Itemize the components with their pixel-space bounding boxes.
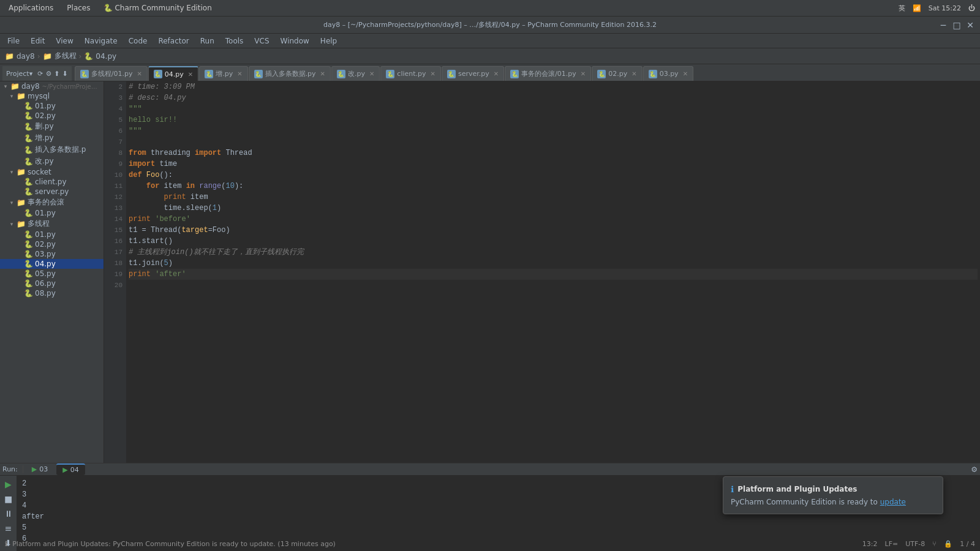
code-line-17[interactable]: # 主线程到join()就不往下走了，直到子线程执行完 xyxy=(129,247,978,258)
menu-edit[interactable]: Edit xyxy=(26,36,50,47)
tab---py[interactable]: 🐍增.py✕ xyxy=(199,66,247,81)
menu-vcs[interactable]: VCS xyxy=(249,36,274,47)
tab-client-py[interactable]: 🐍client.py✕ xyxy=(380,66,441,81)
sidebar-file-删.py[interactable]: 🐍删.py xyxy=(0,121,104,132)
code-line-20[interactable] xyxy=(129,280,978,291)
code-line-7[interactable] xyxy=(129,137,978,148)
sidebar-file-增.py[interactable]: 🐍增.py xyxy=(0,132,104,144)
applications-menu[interactable]: Applications xyxy=(5,2,57,13)
code-line-15[interactable]: t1 = Thread(target=Foo) xyxy=(129,225,978,236)
sidebar-file-01.py[interactable]: 🐍01.py xyxy=(0,101,104,111)
sidebar-file-改.py[interactable]: 🐍改.py xyxy=(0,156,104,167)
menu-refactor[interactable]: Refactor xyxy=(153,36,194,47)
breadcrumb-file[interactable]: 04.py xyxy=(96,52,116,61)
language-indicator[interactable]: 英 xyxy=(899,4,905,13)
code-line-12[interactable]: print item xyxy=(129,192,978,203)
menu-view[interactable]: View xyxy=(51,36,78,47)
breadcrumb-day8[interactable]: day8 xyxy=(17,52,35,61)
menu-code[interactable]: Code xyxy=(124,36,153,47)
sidebar-dir-多线程[interactable]: ▾📁多线程 xyxy=(0,218,104,230)
places-menu[interactable]: Places xyxy=(63,2,94,13)
sidebar-file-03.py[interactable]: 🐍03.py xyxy=(0,249,104,259)
code-line-5[interactable]: hello sir!! xyxy=(129,114,978,126)
sidebar-dir-socket[interactable]: ▾📁socket xyxy=(0,167,104,177)
code-line-16[interactable]: t1.start() xyxy=(129,236,978,247)
sidebar-file-server.py[interactable]: 🐍server.py xyxy=(0,187,104,197)
close-button[interactable]: ✕ xyxy=(965,20,975,30)
code-line-18[interactable]: t1.join(5) xyxy=(129,258,978,269)
tab-close[interactable]: ✕ xyxy=(683,70,688,77)
tree-label: 02.py xyxy=(35,111,56,120)
sidebar-file-01.py[interactable]: 🐍01.py xyxy=(0,208,104,218)
tab-close[interactable]: ✕ xyxy=(237,70,242,77)
notification-update-link[interactable]: update xyxy=(880,498,906,506)
run-gear-icon[interactable]: ⚙ xyxy=(971,465,978,474)
code-line-19[interactable]: print 'after' xyxy=(129,269,978,280)
settings-icon[interactable]: ⚙ xyxy=(45,70,51,78)
sidebar-dir-mysql[interactable]: ▾📁mysql xyxy=(0,91,104,101)
view-icon[interactable]: ⬇ xyxy=(62,70,67,78)
tab-close[interactable]: ✕ xyxy=(494,70,499,77)
code-line-6[interactable]: """ xyxy=(129,126,978,137)
tab-close[interactable]: ✕ xyxy=(581,70,586,77)
tab-server-py[interactable]: 🐍server.py✕ xyxy=(442,66,504,81)
code-line-10[interactable]: def Foo(): xyxy=(129,170,978,181)
code-line-14[interactable]: print 'before' xyxy=(129,214,978,225)
tab-------01-py[interactable]: 🐍事务的会滚/01.py✕ xyxy=(505,66,591,81)
file-icon: 🐍 xyxy=(24,250,33,258)
sidebar-file-02.py[interactable]: 🐍02.py xyxy=(0,239,104,249)
menu-window[interactable]: Window xyxy=(276,36,314,47)
power-icon[interactable]: ⏻ xyxy=(968,4,975,12)
sidebar-dir-事务的会滚[interactable]: ▾📁事务的会滚 xyxy=(0,197,104,208)
code-line-3[interactable]: # desc: 04.py xyxy=(129,92,978,103)
tab--------py[interactable]: 🐍插入多条数据.py✕ xyxy=(249,66,331,81)
code-line-4[interactable]: """ xyxy=(129,103,978,114)
run-tab-04[interactable]: ▶ 04 xyxy=(56,463,85,475)
code-content[interactable]: # time: 3:09 PM# desc: 04.py"""hello sir… xyxy=(126,81,980,463)
line-num-8: 8 xyxy=(104,148,123,159)
menu-help[interactable]: Help xyxy=(315,36,342,47)
sidebar-file-client.py[interactable]: 🐍client.py xyxy=(0,177,104,187)
run-scroll-button[interactable]: ≡ xyxy=(2,522,15,534)
code-line-8[interactable]: from threading import Thread xyxy=(129,148,978,159)
run-pause-button[interactable]: ⏸ xyxy=(2,508,15,520)
sidebar-file-插入多条数据.p[interactable]: 🐍插入多条数据.p xyxy=(0,144,104,156)
code-line-2[interactable]: # time: 3:09 PM xyxy=(129,81,978,92)
tab-04-py[interactable]: 🐍04.py✕ xyxy=(148,66,198,81)
menu-file[interactable]: File xyxy=(2,36,24,47)
breadcrumb-folder[interactable]: 多线程 xyxy=(55,51,77,61)
sidebar-file-04.py[interactable]: 🐍04.py xyxy=(0,259,104,269)
run-play-button[interactable]: ▶ xyxy=(2,478,15,490)
run-stop-button[interactable]: ■ xyxy=(2,493,15,505)
editor-area[interactable]: 234567891011121314151617181920 # time: 3… xyxy=(104,81,980,463)
tab-close[interactable]: ✕ xyxy=(137,70,141,77)
gear-icon[interactable]: ⬆ xyxy=(54,70,59,78)
menu-navigate[interactable]: Navigate xyxy=(80,36,123,47)
sync-icon[interactable]: ⟳ xyxy=(37,70,43,78)
tab-----01-py[interactable]: 🐍多线程/01.py✕ xyxy=(75,66,148,81)
sidebar-dir-day8[interactable]: ▾📁day8 ~/PycharmProje… xyxy=(0,81,104,91)
tab-03-py[interactable]: 🐍03.py✕ xyxy=(643,66,693,81)
sidebar-file-01.py[interactable]: 🐍01.py xyxy=(0,230,104,239)
tab-close[interactable]: ✕ xyxy=(369,70,374,77)
tab-close[interactable]: ✕ xyxy=(320,70,325,77)
tab-close[interactable]: ✕ xyxy=(431,70,435,77)
menu-run[interactable]: Run xyxy=(195,36,219,47)
pycharm-menu[interactable]: 🐍Charm Community Edition xyxy=(100,2,215,13)
minimize-button[interactable]: ─ xyxy=(938,20,948,30)
run-tab-03[interactable]: ▶ 03 xyxy=(26,464,54,474)
tab-02-py[interactable]: 🐍02.py✕ xyxy=(592,66,642,81)
maximize-button[interactable]: □ xyxy=(952,20,962,30)
tab---py[interactable]: 🐍改.py✕ xyxy=(331,66,380,81)
code-line-11[interactable]: for item in range(10): xyxy=(129,181,978,192)
code-line-13[interactable]: time.sleep(1) xyxy=(129,203,978,214)
menu-tools[interactable]: Tools xyxy=(221,36,249,47)
tab-close[interactable]: ✕ xyxy=(188,71,193,78)
code-line-9[interactable]: import time xyxy=(129,159,978,170)
sidebar-file-08.py[interactable]: 🐍08.py xyxy=(0,288,104,298)
tab-close[interactable]: ✕ xyxy=(631,70,636,77)
sidebar-file-06.py[interactable]: 🐍06.py xyxy=(0,279,104,288)
sidebar-file-05.py[interactable]: 🐍05.py xyxy=(0,269,104,279)
sidebar-file-02.py[interactable]: 🐍02.py xyxy=(0,111,104,121)
main-area: ▾📁day8 ~/PycharmProje…▾📁mysql 🐍01.py 🐍02… xyxy=(0,81,980,463)
